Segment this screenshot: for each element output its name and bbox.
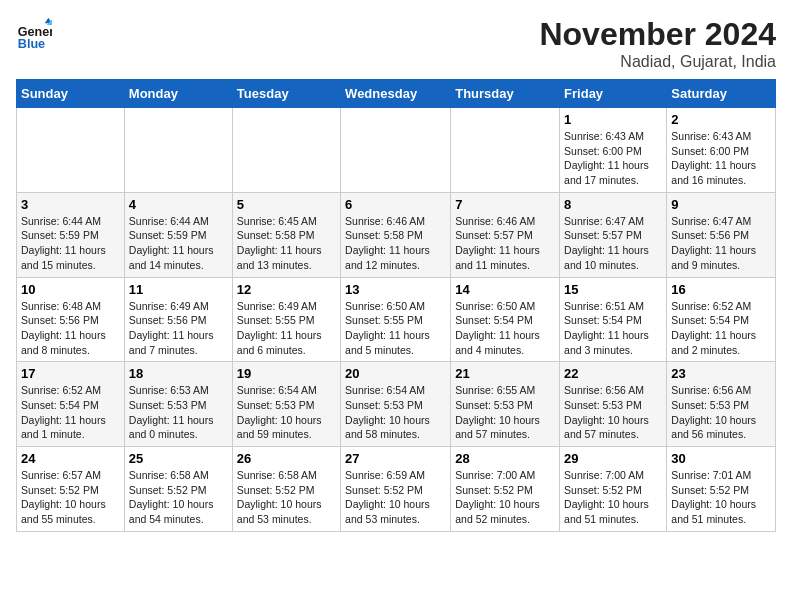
day-detail: Sunrise: 6:53 AM Sunset: 5:53 PM Dayligh… xyxy=(129,383,228,442)
weekday-header-monday: Monday xyxy=(124,80,232,108)
title-area: November 2024 Nadiad, Gujarat, India xyxy=(539,16,776,71)
calendar-cell: 30Sunrise: 7:01 AM Sunset: 5:52 PM Dayli… xyxy=(667,447,776,532)
month-title: November 2024 xyxy=(539,16,776,53)
day-number: 2 xyxy=(671,112,771,127)
weekday-header-wednesday: Wednesday xyxy=(341,80,451,108)
day-detail: Sunrise: 6:49 AM Sunset: 5:56 PM Dayligh… xyxy=(129,299,228,358)
day-detail: Sunrise: 6:44 AM Sunset: 5:59 PM Dayligh… xyxy=(21,214,120,273)
day-number: 11 xyxy=(129,282,228,297)
day-number: 1 xyxy=(564,112,662,127)
calendar-week-row: 10Sunrise: 6:48 AM Sunset: 5:56 PM Dayli… xyxy=(17,277,776,362)
calendar-week-row: 24Sunrise: 6:57 AM Sunset: 5:52 PM Dayli… xyxy=(17,447,776,532)
calendar-cell: 4Sunrise: 6:44 AM Sunset: 5:59 PM Daylig… xyxy=(124,192,232,277)
calendar-cell: 13Sunrise: 6:50 AM Sunset: 5:55 PM Dayli… xyxy=(341,277,451,362)
day-detail: Sunrise: 6:52 AM Sunset: 5:54 PM Dayligh… xyxy=(21,383,120,442)
weekday-header-saturday: Saturday xyxy=(667,80,776,108)
weekday-header-sunday: Sunday xyxy=(17,80,125,108)
day-number: 17 xyxy=(21,366,120,381)
calendar-cell: 7Sunrise: 6:46 AM Sunset: 5:57 PM Daylig… xyxy=(451,192,560,277)
day-detail: Sunrise: 7:00 AM Sunset: 5:52 PM Dayligh… xyxy=(455,468,555,527)
day-detail: Sunrise: 6:47 AM Sunset: 5:56 PM Dayligh… xyxy=(671,214,771,273)
calendar-cell xyxy=(124,108,232,193)
day-detail: Sunrise: 6:56 AM Sunset: 5:53 PM Dayligh… xyxy=(671,383,771,442)
header: General Blue November 2024 Nadiad, Gujar… xyxy=(16,16,776,71)
day-number: 16 xyxy=(671,282,771,297)
day-number: 25 xyxy=(129,451,228,466)
calendar-cell: 27Sunrise: 6:59 AM Sunset: 5:52 PM Dayli… xyxy=(341,447,451,532)
day-detail: Sunrise: 6:51 AM Sunset: 5:54 PM Dayligh… xyxy=(564,299,662,358)
day-detail: Sunrise: 6:43 AM Sunset: 6:00 PM Dayligh… xyxy=(564,129,662,188)
day-number: 13 xyxy=(345,282,446,297)
calendar-cell: 1Sunrise: 6:43 AM Sunset: 6:00 PM Daylig… xyxy=(560,108,667,193)
day-number: 4 xyxy=(129,197,228,212)
day-detail: Sunrise: 6:49 AM Sunset: 5:55 PM Dayligh… xyxy=(237,299,336,358)
day-number: 19 xyxy=(237,366,336,381)
calendar-table: SundayMondayTuesdayWednesdayThursdayFrid… xyxy=(16,79,776,532)
calendar-cell: 16Sunrise: 6:52 AM Sunset: 5:54 PM Dayli… xyxy=(667,277,776,362)
calendar-cell: 26Sunrise: 6:58 AM Sunset: 5:52 PM Dayli… xyxy=(232,447,340,532)
calendar-cell: 17Sunrise: 6:52 AM Sunset: 5:54 PM Dayli… xyxy=(17,362,125,447)
calendar-cell xyxy=(232,108,340,193)
calendar-cell xyxy=(451,108,560,193)
weekday-header-tuesday: Tuesday xyxy=(232,80,340,108)
calendar-cell: 5Sunrise: 6:45 AM Sunset: 5:58 PM Daylig… xyxy=(232,192,340,277)
weekday-header-row: SundayMondayTuesdayWednesdayThursdayFrid… xyxy=(17,80,776,108)
calendar-cell: 23Sunrise: 6:56 AM Sunset: 5:53 PM Dayli… xyxy=(667,362,776,447)
calendar-cell: 11Sunrise: 6:49 AM Sunset: 5:56 PM Dayli… xyxy=(124,277,232,362)
calendar-cell: 6Sunrise: 6:46 AM Sunset: 5:58 PM Daylig… xyxy=(341,192,451,277)
weekday-header-friday: Friday xyxy=(560,80,667,108)
calendar-cell: 20Sunrise: 6:54 AM Sunset: 5:53 PM Dayli… xyxy=(341,362,451,447)
calendar-cell: 22Sunrise: 6:56 AM Sunset: 5:53 PM Dayli… xyxy=(560,362,667,447)
day-detail: Sunrise: 6:44 AM Sunset: 5:59 PM Dayligh… xyxy=(129,214,228,273)
day-number: 12 xyxy=(237,282,336,297)
calendar-cell: 24Sunrise: 6:57 AM Sunset: 5:52 PM Dayli… xyxy=(17,447,125,532)
calendar-cell: 2Sunrise: 6:43 AM Sunset: 6:00 PM Daylig… xyxy=(667,108,776,193)
location-title: Nadiad, Gujarat, India xyxy=(539,53,776,71)
calendar-cell: 14Sunrise: 6:50 AM Sunset: 5:54 PM Dayli… xyxy=(451,277,560,362)
day-number: 21 xyxy=(455,366,555,381)
calendar-cell: 21Sunrise: 6:55 AM Sunset: 5:53 PM Dayli… xyxy=(451,362,560,447)
calendar-week-row: 1Sunrise: 6:43 AM Sunset: 6:00 PM Daylig… xyxy=(17,108,776,193)
day-number: 10 xyxy=(21,282,120,297)
day-number: 5 xyxy=(237,197,336,212)
day-number: 15 xyxy=(564,282,662,297)
day-number: 23 xyxy=(671,366,771,381)
day-number: 24 xyxy=(21,451,120,466)
day-detail: Sunrise: 6:46 AM Sunset: 5:57 PM Dayligh… xyxy=(455,214,555,273)
day-number: 22 xyxy=(564,366,662,381)
day-number: 14 xyxy=(455,282,555,297)
day-number: 29 xyxy=(564,451,662,466)
day-number: 3 xyxy=(21,197,120,212)
day-detail: Sunrise: 7:00 AM Sunset: 5:52 PM Dayligh… xyxy=(564,468,662,527)
calendar-cell: 10Sunrise: 6:48 AM Sunset: 5:56 PM Dayli… xyxy=(17,277,125,362)
day-detail: Sunrise: 6:52 AM Sunset: 5:54 PM Dayligh… xyxy=(671,299,771,358)
day-detail: Sunrise: 6:59 AM Sunset: 5:52 PM Dayligh… xyxy=(345,468,446,527)
logo-icon: General Blue xyxy=(16,16,52,52)
calendar-week-row: 3Sunrise: 6:44 AM Sunset: 5:59 PM Daylig… xyxy=(17,192,776,277)
day-detail: Sunrise: 6:54 AM Sunset: 5:53 PM Dayligh… xyxy=(237,383,336,442)
day-detail: Sunrise: 6:43 AM Sunset: 6:00 PM Dayligh… xyxy=(671,129,771,188)
calendar-cell: 9Sunrise: 6:47 AM Sunset: 5:56 PM Daylig… xyxy=(667,192,776,277)
day-detail: Sunrise: 6:57 AM Sunset: 5:52 PM Dayligh… xyxy=(21,468,120,527)
calendar-cell: 25Sunrise: 6:58 AM Sunset: 5:52 PM Dayli… xyxy=(124,447,232,532)
calendar-cell: 18Sunrise: 6:53 AM Sunset: 5:53 PM Dayli… xyxy=(124,362,232,447)
day-number: 27 xyxy=(345,451,446,466)
calendar-week-row: 17Sunrise: 6:52 AM Sunset: 5:54 PM Dayli… xyxy=(17,362,776,447)
day-detail: Sunrise: 6:58 AM Sunset: 5:52 PM Dayligh… xyxy=(237,468,336,527)
day-detail: Sunrise: 6:54 AM Sunset: 5:53 PM Dayligh… xyxy=(345,383,446,442)
day-number: 30 xyxy=(671,451,771,466)
logo: General Blue xyxy=(16,16,52,52)
day-number: 8 xyxy=(564,197,662,212)
calendar-cell xyxy=(17,108,125,193)
day-number: 20 xyxy=(345,366,446,381)
calendar-cell: 3Sunrise: 6:44 AM Sunset: 5:59 PM Daylig… xyxy=(17,192,125,277)
day-detail: Sunrise: 6:50 AM Sunset: 5:54 PM Dayligh… xyxy=(455,299,555,358)
calendar-cell: 19Sunrise: 6:54 AM Sunset: 5:53 PM Dayli… xyxy=(232,362,340,447)
calendar-cell: 28Sunrise: 7:00 AM Sunset: 5:52 PM Dayli… xyxy=(451,447,560,532)
day-number: 7 xyxy=(455,197,555,212)
day-detail: Sunrise: 6:58 AM Sunset: 5:52 PM Dayligh… xyxy=(129,468,228,527)
day-detail: Sunrise: 6:45 AM Sunset: 5:58 PM Dayligh… xyxy=(237,214,336,273)
calendar-cell: 8Sunrise: 6:47 AM Sunset: 5:57 PM Daylig… xyxy=(560,192,667,277)
day-detail: Sunrise: 6:46 AM Sunset: 5:58 PM Dayligh… xyxy=(345,214,446,273)
calendar-cell: 12Sunrise: 6:49 AM Sunset: 5:55 PM Dayli… xyxy=(232,277,340,362)
